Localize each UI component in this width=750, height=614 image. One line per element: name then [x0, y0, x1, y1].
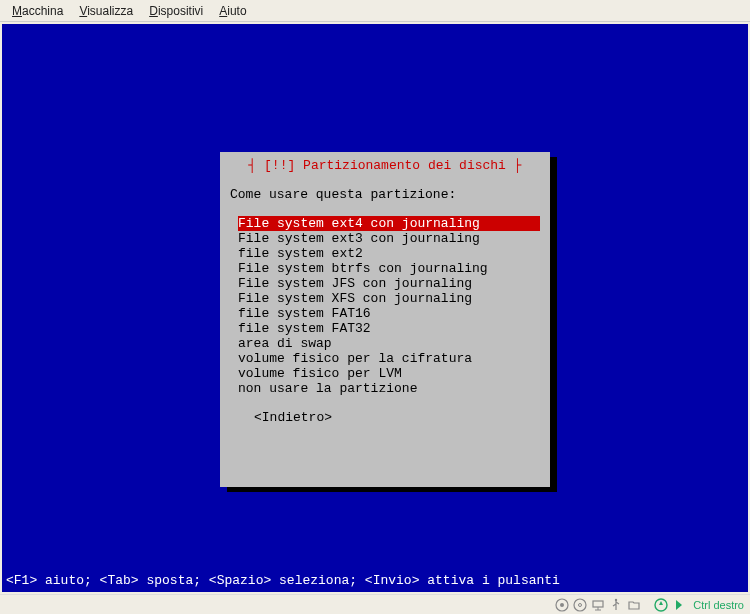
svg-point-3	[578, 603, 581, 606]
svg-point-7	[615, 598, 617, 600]
menu-aiuto[interactable]: Aiuto	[211, 2, 254, 20]
filesystem-option[interactable]: area di swap	[238, 336, 540, 351]
menu-macchina[interactable]: Macchina	[4, 2, 71, 20]
hdd-icon	[554, 597, 569, 612]
partition-dialog: ┤ [!!] Partizionamento dei dischi ├ Come…	[220, 152, 550, 487]
vm-screen: ┤ [!!] Partizionamento dei dischi ├ Come…	[2, 24, 748, 592]
installer-statusline: <F1> aiuto; <Tab> sposta; <Spazio> selez…	[6, 573, 560, 588]
filesystem-option[interactable]: File system XFS con journaling	[238, 291, 540, 306]
filesystem-option-list: File system ext4 con journalingFile syst…	[238, 216, 540, 396]
network-icon	[590, 597, 605, 612]
filesystem-option[interactable]: File system btrfs con journaling	[238, 261, 540, 276]
keyboard-captured-icon	[671, 597, 686, 612]
vm-menubar: Macchina Visualizza Dispositivi Aiuto	[0, 0, 750, 22]
filesystem-option[interactable]: volume fisico per la cifratura	[238, 351, 540, 366]
back-button[interactable]: <Indietro>	[254, 410, 540, 425]
filesystem-option[interactable]: file system FAT16	[238, 306, 540, 321]
svg-point-2	[574, 599, 586, 611]
cd-icon	[572, 597, 587, 612]
svg-rect-4	[593, 601, 603, 607]
shared-folder-icon	[626, 597, 641, 612]
menu-visualizza[interactable]: Visualizza	[71, 2, 141, 20]
menu-dispositivi[interactable]: Dispositivi	[141, 2, 211, 20]
filesystem-option[interactable]: file system FAT32	[238, 321, 540, 336]
vm-host-statusbar: Ctrl destro	[0, 594, 750, 614]
dialog-prompt: Come usare questa partizione:	[230, 187, 540, 202]
filesystem-option[interactable]: File system ext3 con journaling	[238, 231, 540, 246]
usb-icon	[608, 597, 623, 612]
filesystem-option[interactable]: file system ext2	[238, 246, 540, 261]
mouse-integration-icon	[653, 597, 668, 612]
filesystem-option[interactable]: File system JFS con journaling	[238, 276, 540, 291]
filesystem-option[interactable]: non usare la partizione	[238, 381, 540, 396]
filesystem-option[interactable]: File system ext4 con journaling	[238, 216, 540, 231]
svg-point-1	[560, 603, 564, 607]
dialog-title: ┤ [!!] Partizionamento dei dischi ├	[230, 158, 540, 173]
host-key-label: Ctrl destro	[693, 599, 744, 611]
filesystem-option[interactable]: volume fisico per LVM	[238, 366, 540, 381]
